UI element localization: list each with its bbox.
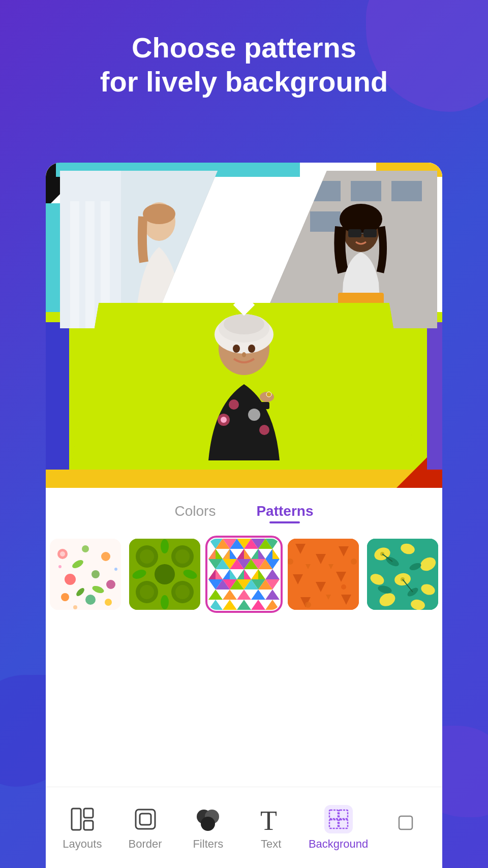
- svg-rect-2: [70, 201, 79, 328]
- svg-rect-175: [399, 816, 412, 829]
- tab-patterns[interactable]: Patterns: [256, 503, 313, 523]
- svg-text:T: T: [260, 805, 277, 833]
- pattern-thumb-geometric-triangles[interactable]: [208, 539, 280, 610]
- svg-rect-17: [363, 229, 377, 237]
- svg-rect-35: [258, 402, 269, 409]
- svg-point-26: [248, 345, 255, 353]
- patterns-grid: [46, 529, 442, 620]
- toolbar-label-text: Text: [261, 838, 281, 851]
- svg-point-24: [224, 314, 264, 334]
- toolbar-label-background: Background: [309, 838, 368, 851]
- pattern-thumb-green-lime[interactable]: [129, 539, 200, 610]
- pattern-thumb-floral-white[interactable]: [50, 539, 121, 610]
- svg-point-59: [140, 585, 154, 599]
- svg-point-62: [155, 564, 175, 584]
- svg-point-44: [61, 593, 69, 601]
- svg-rect-165: [136, 810, 155, 829]
- svg-rect-166: [140, 814, 151, 825]
- tab-colors[interactable]: Colors: [175, 503, 216, 523]
- svg-point-27: [242, 352, 246, 357]
- background-icon: [324, 805, 353, 833]
- svg-point-61: [175, 585, 190, 599]
- border-icon: [131, 805, 160, 833]
- main-card: Colors Patterns: [46, 163, 442, 868]
- svg-rect-171: [329, 810, 338, 819]
- svg-point-169: [201, 817, 215, 831]
- svg-rect-164: [84, 821, 93, 830]
- svg-point-32: [259, 425, 269, 435]
- tabs-section: Colors Patterns: [46, 488, 442, 529]
- svg-point-52: [73, 605, 77, 609]
- toolbar-item-more[interactable]: [380, 814, 431, 842]
- svg-point-51: [114, 568, 117, 571]
- header-title: Choose patterns for lively background: [0, 30, 488, 99]
- bottom-toolbar: Layouts Border Filters: [46, 787, 442, 868]
- svg-rect-174: [339, 820, 348, 828]
- svg-point-65: [161, 539, 169, 553]
- toolbar-item-border[interactable]: Border: [120, 805, 171, 851]
- svg-rect-16: [348, 229, 361, 237]
- svg-point-43: [106, 580, 115, 589]
- layouts-icon: [68, 805, 97, 833]
- svg-rect-10: [351, 181, 381, 201]
- svg-point-39: [82, 545, 89, 552]
- svg-point-34: [266, 392, 271, 397]
- svg-point-66: [161, 595, 169, 609]
- svg-point-29: [221, 417, 227, 423]
- toolbar-label-layouts: Layouts: [63, 838, 102, 851]
- svg-point-143: [305, 602, 311, 608]
- svg-point-31: [248, 409, 260, 421]
- collage-area: [46, 163, 442, 488]
- text-icon: T: [257, 805, 285, 833]
- svg-rect-173: [329, 820, 338, 828]
- toolbar-label-filters: Filters: [193, 838, 223, 851]
- svg-point-55: [140, 549, 154, 564]
- svg-rect-163: [84, 809, 93, 818]
- toolbar-item-layouts[interactable]: Layouts: [57, 805, 108, 851]
- svg-point-40: [101, 552, 110, 561]
- svg-point-42: [92, 570, 100, 578]
- svg-point-46: [105, 599, 112, 606]
- toolbar-label-border: Border: [129, 838, 162, 851]
- toolbar-item-background[interactable]: Background: [309, 805, 368, 851]
- svg-rect-172: [339, 810, 348, 819]
- header-section: Choose patterns for lively background: [0, 30, 488, 99]
- svg-point-41: [65, 574, 76, 585]
- svg-point-57: [175, 549, 190, 564]
- svg-rect-11: [391, 181, 422, 201]
- svg-point-6: [143, 204, 175, 224]
- svg-point-141: [351, 559, 357, 565]
- svg-point-45: [85, 595, 96, 605]
- svg-point-25: [233, 345, 240, 353]
- filters-icon: [194, 805, 222, 833]
- pattern-thumb-teal-lemons[interactable]: [367, 539, 438, 610]
- pattern-thumb-orange-shapes[interactable]: [288, 539, 359, 610]
- svg-point-144: [341, 584, 346, 590]
- svg-point-50: [58, 565, 62, 568]
- more-icon: [391, 814, 420, 842]
- svg-rect-162: [72, 809, 81, 830]
- toolbar-item-filters[interactable]: Filters: [182, 805, 233, 851]
- toolbar-item-text[interactable]: T Text: [246, 805, 296, 851]
- svg-point-30: [229, 399, 239, 410]
- svg-rect-3: [85, 201, 95, 328]
- svg-point-38: [60, 551, 65, 556]
- photo-slot-3: [71, 303, 417, 466]
